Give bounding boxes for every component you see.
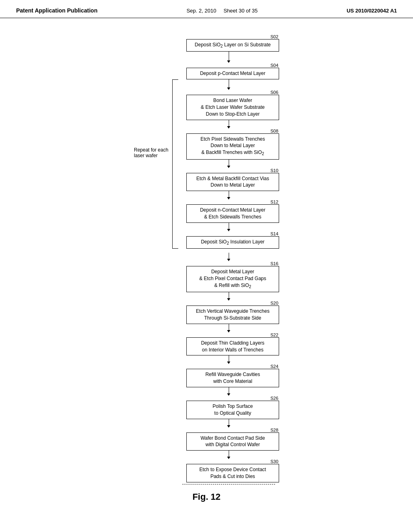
step-wrapper-S08: S08 Etch Pixel Sidewalls TrenchesDown to… bbox=[178, 129, 279, 160]
header-right: US 2010/0220042 A1 bbox=[346, 8, 397, 14]
step-id-S10: S10 bbox=[270, 168, 278, 173]
step-box-S12: Deposit n-Contact Metal Layer& Etch Side… bbox=[186, 204, 279, 223]
step-id-S20: S20 bbox=[270, 301, 278, 305]
step-wrapper-S10: S10 Etch & Metal Backfill Contact ViasDo… bbox=[178, 168, 279, 191]
header-sheet: Sheet 30 of 35 bbox=[223, 8, 258, 14]
step-box-S04: Deposit p-Contact Metal Layer bbox=[186, 68, 279, 79]
vert-line bbox=[229, 79, 229, 87]
step-box-S10: Etch & Metal Backfill Contact ViasDown t… bbox=[186, 173, 279, 191]
connector-S14-S16 bbox=[182, 253, 275, 261]
connector-S10-S12 bbox=[182, 191, 275, 200]
repeat-bracket-section: S06 Bond Laser Wafer& Etch Laser Wafer S… bbox=[178, 79, 279, 249]
step-wrapper-S14: S14 Deposit SiO2 Insulation Layer bbox=[178, 231, 279, 249]
bracket-top bbox=[172, 79, 178, 80]
step-wrapper-S02: S02 Deposit SiO2 Layer on Si Substrate bbox=[178, 34, 279, 52]
step-box-S20: Etch Vertical Waveguide TrenchesThrough … bbox=[186, 305, 279, 324]
dashed-line-bottom bbox=[182, 484, 275, 484]
vert-line bbox=[229, 52, 229, 60]
step-box-S14: Deposit SiO2 Insulation Layer bbox=[186, 236, 279, 249]
bracket-bottom bbox=[172, 248, 178, 249]
step-id-S28: S28 bbox=[270, 428, 278, 432]
step-box-S28: Wafer Bond Contact Pad Sidewith Digital … bbox=[186, 432, 279, 451]
connector-S22-S24 bbox=[182, 355, 275, 364]
connector-S12-S14 bbox=[182, 223, 275, 231]
step-id-S26: S26 bbox=[270, 396, 278, 401]
step-box-S02: Deposit SiO2 Layer on Si Substrate bbox=[186, 39, 279, 52]
connector-S24-S26 bbox=[182, 387, 275, 396]
step-box-S08: Etch Pixel Sidewalls TrenchesDown to Met… bbox=[186, 133, 279, 160]
step-id-S12: S12 bbox=[270, 200, 278, 204]
connector-S20-S22 bbox=[182, 324, 275, 332]
header-left: Patent Application Publication bbox=[16, 7, 98, 14]
step-id-S30: S30 bbox=[270, 459, 278, 464]
repeat-label: Repeat for each laser wafer bbox=[134, 147, 170, 158]
step-box-S16: Deposit Metal Layer& Etch Pixel Contact … bbox=[186, 266, 279, 292]
step-wrapper-S20: S20 Etch Vertical Waveguide TrenchesThro… bbox=[178, 301, 279, 324]
step-wrapper-S24: S24 Refill Waveguide Cavitieswith Core M… bbox=[178, 364, 279, 387]
step-id-S24: S24 bbox=[270, 364, 278, 369]
step-id-S14: S14 bbox=[270, 231, 278, 236]
main-content: Repeat for each laser wafer S02 Deposit … bbox=[0, 18, 413, 514]
connector-S06-S08 bbox=[182, 120, 275, 129]
step-id-S08: S08 bbox=[270, 129, 278, 133]
step-box-S06: Bond Laser Wafer& Etch Laser Wafer Subst… bbox=[186, 95, 279, 120]
step-box-S22: Deposit Thin Cladding Layerson Interior … bbox=[186, 337, 279, 356]
step-wrapper-S28: S28 Wafer Bond Contact Pad Sidewith Digi… bbox=[178, 428, 279, 451]
step-wrapper-S06: S06 Bond Laser Wafer& Etch Laser Wafer S… bbox=[178, 90, 279, 120]
step-id-S02: S02 bbox=[270, 34, 278, 39]
step-box-S30: Etch to Expose Device ContactPads & Cut … bbox=[186, 464, 279, 482]
connector-S28-S30 bbox=[182, 451, 275, 459]
header-center: Sep. 2, 2010 Sheet 30 of 35 bbox=[186, 8, 257, 14]
connector-S02-S04 bbox=[182, 52, 275, 63]
step-wrapper-S26: S26 Polish Top Surfaceto Optical Quality bbox=[178, 396, 279, 419]
step-id-S16: S16 bbox=[270, 261, 278, 266]
fig-label: Fig. 12 bbox=[192, 492, 221, 502]
connector-S16-S20 bbox=[182, 292, 275, 301]
step-wrapper-S22: S22 Deposit Thin Cladding Layerson Inter… bbox=[178, 332, 279, 356]
step-id-S06: S06 bbox=[270, 90, 278, 95]
step-id-S22: S22 bbox=[270, 332, 278, 337]
step-wrapper-S30: S30 Etch to Expose Device ContactPads & … bbox=[178, 459, 279, 482]
header-date: Sep. 2, 2010 bbox=[186, 8, 216, 14]
connector-S26-S28 bbox=[182, 419, 275, 428]
step-id-S04: S04 bbox=[270, 63, 278, 68]
connector-S04-S06 bbox=[182, 79, 275, 90]
bracket-line-left bbox=[172, 79, 173, 249]
flowchart-area: Repeat for each laser wafer S02 Deposit … bbox=[134, 34, 279, 484]
connector-S08-S10 bbox=[182, 160, 275, 168]
page-header: Patent Application Publication Sep. 2, 2… bbox=[0, 0, 413, 18]
step-box-S24: Refill Waveguide Cavitieswith Core Mater… bbox=[186, 369, 279, 387]
step-wrapper-S04: S04 Deposit p-Contact Metal Layer bbox=[178, 63, 279, 79]
step-wrapper-S12: S12 Deposit n-Contact Metal Layer& Etch … bbox=[178, 200, 279, 223]
step-wrapper-S16: S16 Deposit Metal Layer& Etch Pixel Cont… bbox=[178, 261, 279, 292]
step-box-S26: Polish Top Surfaceto Optical Quality bbox=[186, 401, 279, 419]
